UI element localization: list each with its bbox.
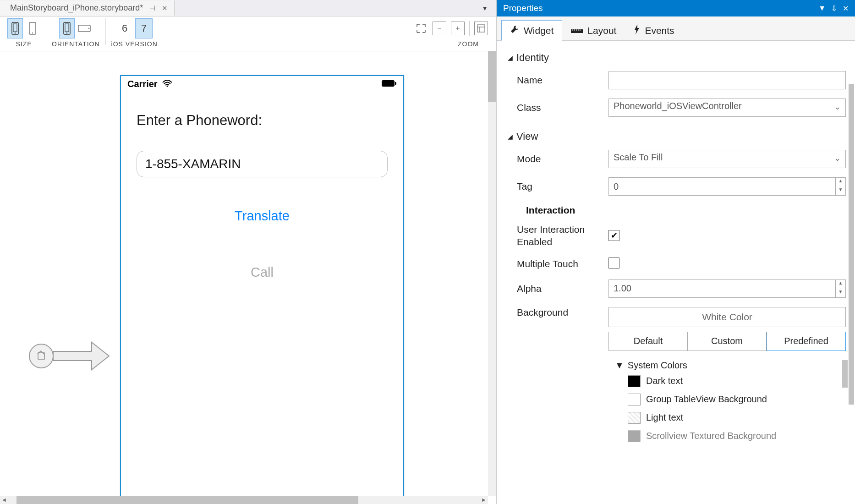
name-row: Name [517, 71, 846, 89]
phoneword-textfield[interactable]: 1-855-XAMARIN [137, 151, 388, 177]
uie-label: User Interaction Enabled [517, 223, 608, 248]
tag-stepper[interactable]: ▲▼ [836, 177, 846, 196]
bg-tab-predefined[interactable]: Predefined [767, 332, 846, 351]
fit-screen-icon[interactable] [414, 22, 428, 35]
tab-widget[interactable]: Widget [501, 20, 562, 41]
iphone-frame[interactable]: Carrier Enter a Phoneword: 1-855-XAMARIN… [120, 75, 404, 504]
svg-rect-10 [477, 25, 485, 32]
scrollbar-thumb[interactable] [16, 496, 358, 504]
step-up-icon[interactable]: ▲ [836, 178, 845, 186]
collapse-icon: ◢ [508, 54, 513, 61]
status-bar: Carrier [121, 76, 403, 92]
document-tab[interactable]: MainStoryboard_iPhone.storyboard* ⊣ ✕ [0, 0, 175, 16]
tab-layout[interactable]: Layout [562, 20, 625, 40]
properties-title: Properties [503, 3, 543, 13]
view-header-label: View [516, 131, 538, 142]
document-tab-title: MainStoryboard_iPhone.storyboard* [10, 3, 143, 13]
svg-point-2 [15, 33, 16, 34]
bg-tab-custom[interactable]: Custom [688, 332, 767, 351]
close-icon[interactable]: ✕ [162, 4, 168, 12]
orientation-portrait-button[interactable] [59, 18, 75, 38]
mode-label: Mode [517, 153, 608, 164]
entry-point-arrow[interactable] [27, 335, 110, 378]
tab-events[interactable]: Events [625, 20, 683, 40]
landscape-icon [78, 25, 91, 32]
pin-icon[interactable]: ⇩ [831, 4, 837, 13]
tablet-portrait-icon [29, 22, 36, 35]
svg-rect-16 [382, 80, 395, 87]
zoom-label: ZOOM [458, 40, 492, 48]
background-label: Background [517, 307, 608, 318]
battery-icon [381, 79, 397, 89]
name-label: Name [517, 75, 608, 86]
alpha-input[interactable] [608, 279, 836, 298]
step-up-icon[interactable]: ▲ [836, 280, 845, 289]
background-color-button[interactable]: White Color [608, 307, 846, 327]
scrollbar-thumb[interactable] [488, 51, 496, 102]
scroll-right-icon[interactable]: ► [480, 497, 488, 503]
ios7-button[interactable]: 7 [135, 18, 153, 38]
tab-events-label: Events [645, 25, 674, 36]
tag-input[interactable] [608, 177, 836, 196]
multitouch-row: Multiple Touch [517, 257, 846, 270]
multitouch-checkbox[interactable] [608, 257, 619, 268]
color-item[interactable]: Light text [628, 412, 846, 424]
constraints-icon[interactable] [474, 22, 488, 35]
zoom-in-button[interactable]: + [451, 22, 465, 35]
horizontal-scrollbar[interactable]: ◄ ► [0, 496, 488, 504]
tab-layout-label: Layout [587, 25, 616, 36]
dropdown-icon[interactable]: ▼ [818, 4, 826, 12]
name-input[interactable] [608, 71, 846, 89]
identity-section-header[interactable]: ◢ Identity [508, 52, 846, 64]
carrier-label: Carrier [127, 79, 158, 89]
color-item[interactable]: Group TableView Background [628, 394, 846, 405]
class-select[interactable]: Phoneworld_iOSViewController [608, 99, 846, 117]
pin-icon[interactable]: ⊣ [149, 4, 155, 12]
bg-tab-default[interactable]: Default [608, 332, 688, 351]
properties-body[interactable]: ◢ Identity Name Class Phoneworld_iOSView… [497, 41, 855, 504]
svg-point-13 [29, 344, 53, 368]
call-button[interactable]: Call [137, 265, 388, 280]
ios6-button[interactable]: 6 [116, 18, 133, 38]
size-ipad-button[interactable] [25, 18, 40, 38]
tab-widget-label: Widget [524, 25, 554, 36]
collapse-icon: ◢ [508, 133, 513, 140]
chevron-down-icon: ▼ [615, 360, 624, 371]
background-row: Background White Color Default Custom Pr… [517, 307, 846, 449]
svg-point-7 [66, 33, 68, 34]
device-content: Enter a Phoneword: 1-855-XAMARIN Transla… [121, 92, 403, 321]
canvas[interactable]: Carrier Enter a Phoneword: 1-855-XAMARIN… [0, 51, 496, 504]
svg-rect-1 [13, 24, 17, 32]
svg-point-4 [32, 33, 33, 34]
scroll-left-icon[interactable]: ◄ [0, 497, 8, 503]
color-item[interactable]: Scrollview Textured Background [628, 430, 846, 442]
zoom-out-button[interactable]: − [433, 22, 446, 35]
scrollbar-thumb[interactable] [849, 84, 854, 405]
view-section-header[interactable]: ◢ View [508, 131, 846, 142]
properties-titlebar[interactable]: Properties ▼ ⇩ ✕ [497, 0, 855, 16]
tab-overflow-icon[interactable]: ▼ [482, 5, 488, 12]
alpha-stepper[interactable]: ▲▼ [836, 279, 846, 298]
color-name: Dark text [646, 376, 683, 386]
step-down-icon[interactable]: ▼ [836, 289, 845, 297]
color-item[interactable]: Dark text [628, 375, 846, 387]
phone-portrait-icon [11, 22, 19, 35]
ios-version-group: 6 7 iOS VERSION [109, 18, 160, 48]
system-colors-header[interactable]: ▼ System Colors [615, 360, 846, 371]
translate-button[interactable]: Translate [137, 208, 388, 224]
color-name: Group TableView Background [646, 394, 767, 405]
multitouch-label: Multiple Touch [517, 258, 608, 269]
step-down-icon[interactable]: ▼ [836, 186, 845, 195]
orientation-group: ORIENTATION [49, 18, 103, 48]
canvas-scroll[interactable]: Carrier Enter a Phoneword: 1-855-XAMARIN… [0, 51, 496, 504]
scrollbar-thumb[interactable] [842, 360, 848, 388]
orientation-landscape-button[interactable] [77, 18, 92, 38]
phoneword-heading: Enter a Phoneword: [137, 112, 388, 129]
close-icon[interactable]: ✕ [843, 4, 849, 13]
vertical-scrollbar[interactable] [488, 51, 496, 496]
separator [105, 18, 106, 45]
uie-checkbox[interactable]: ✔ [608, 230, 619, 241]
mode-select[interactable]: Scale To Fill [608, 150, 846, 168]
size-iphone-button[interactable] [7, 18, 23, 38]
alpha-row: Alpha ▲▼ [517, 279, 846, 298]
